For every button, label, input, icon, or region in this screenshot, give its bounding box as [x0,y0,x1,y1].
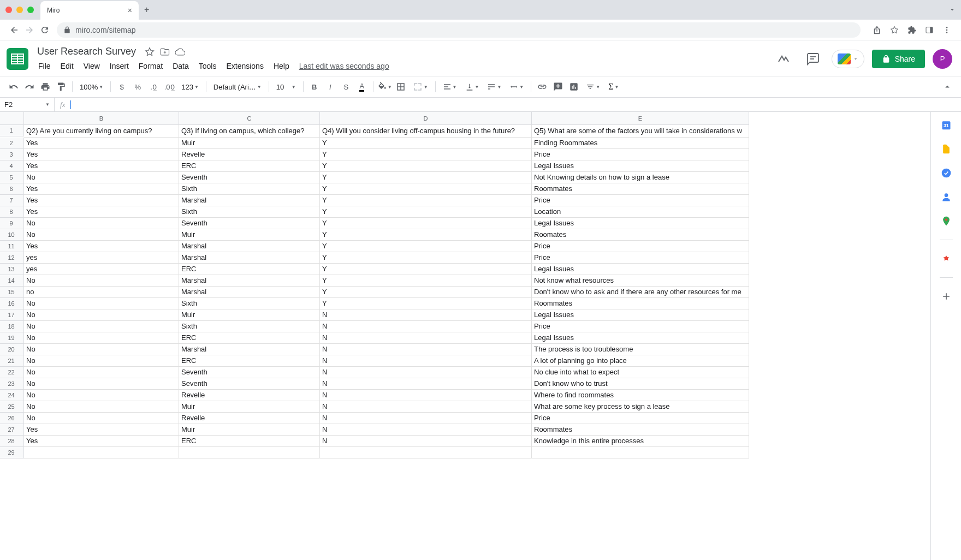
strikethrough-icon[interactable]: S [339,80,353,94]
extensions-icon[interactable] [904,22,920,38]
borders-icon[interactable] [394,80,408,94]
row-header-6[interactable]: 6 [0,183,24,195]
add-addon-icon[interactable] [941,291,952,302]
cell[interactable]: Y [320,160,532,172]
cell[interactable]: Revelle [179,390,320,401]
cell[interactable]: N [320,332,532,344]
cell[interactable]: Marshal [179,252,320,264]
cell[interactable] [179,447,320,458]
maps-icon[interactable] [941,216,952,227]
row-header-26[interactable]: 26 [0,413,24,424]
addon-icon[interactable] [941,253,952,264]
cell[interactable]: What are some key process to sign a leas… [532,401,749,413]
row-header-11[interactable]: 11 [0,241,24,252]
cell[interactable]: Don't know who to trust [532,378,749,390]
cell[interactable]: Yes [24,436,179,447]
cell[interactable]: Roommates [532,183,749,195]
contacts-icon[interactable] [941,192,952,202]
row-header-23[interactable]: 23 [0,378,24,390]
cell[interactable]: yes [24,252,179,264]
insert-comment-icon[interactable] [551,80,565,94]
cell[interactable]: Legal Issues [532,218,749,229]
calendar-icon[interactable]: 31 [941,120,952,130]
cell[interactable]: No [24,172,179,183]
cell[interactable]: Revelle [179,149,320,160]
cell[interactable]: Marshal [179,241,320,252]
horizontal-align-dropdown[interactable]: ▼ [440,80,460,94]
bookmark-icon[interactable] [887,22,902,38]
cell[interactable]: No clue into what to expect [532,367,749,378]
row-header-29[interactable]: 29 [0,447,24,458]
menu-file[interactable]: File [34,59,55,73]
cell[interactable]: No [24,413,179,424]
cell[interactable]: No [24,218,179,229]
menu-extensions[interactable]: Extensions [222,59,268,73]
row-header-10[interactable]: 10 [0,229,24,241]
row-header-13[interactable]: 13 [0,264,24,275]
cell[interactable]: No [24,378,179,390]
cell[interactable]: Q2) Are you currently living on campus? [24,125,179,138]
collapse-toolbar-icon[interactable] [940,80,954,94]
menu-data[interactable]: Data [168,59,193,73]
tab-overflow-icon[interactable] [949,7,956,13]
row-header-28[interactable]: 28 [0,436,24,447]
cell[interactable]: Seventh [179,218,320,229]
row-header-22[interactable]: 22 [0,367,24,378]
cell[interactable] [24,447,179,458]
font-family-dropdown[interactable]: Default (Ari…▼ [210,80,265,94]
text-rotation-dropdown[interactable]: ▼ [506,80,527,94]
cell[interactable]: ERC [179,264,320,275]
vertical-align-dropdown[interactable]: ▼ [462,80,483,94]
cell[interactable]: Y [320,241,532,252]
row-header-8[interactable]: 8 [0,206,24,218]
cell[interactable]: ERC [179,332,320,344]
row-header-2[interactable]: 2 [0,138,24,149]
cell[interactable] [320,447,532,458]
row-header-21[interactable]: 21 [0,355,24,367]
cell[interactable]: Price [532,195,749,206]
cell[interactable]: Price [532,241,749,252]
cell[interactable]: yes [24,264,179,275]
cell[interactable]: Muir [179,401,320,413]
cell[interactable]: Yes [24,149,179,160]
url-input[interactable]: miro.com/sitemap [57,22,861,38]
nav-back-icon[interactable] [7,22,22,38]
cell[interactable]: Sixth [179,298,320,309]
cell[interactable]: No [24,367,179,378]
share-button[interactable]: Share [872,50,925,68]
cell[interactable]: Location [532,206,749,218]
column-header-D[interactable]: D [320,112,532,125]
cell[interactable]: N [320,378,532,390]
cell[interactable]: Revelle [179,413,320,424]
cell[interactable]: ERC [179,160,320,172]
cell[interactable]: N [320,424,532,436]
row-header-16[interactable]: 16 [0,298,24,309]
row-header-27[interactable]: 27 [0,424,24,436]
row-header-17[interactable]: 17 [0,309,24,321]
side-panel-icon[interactable] [922,22,937,38]
cell[interactable]: Roomates [532,229,749,241]
column-header-E[interactable]: E [532,112,749,125]
cell[interactable]: Legal Issues [532,264,749,275]
cell[interactable]: N [320,390,532,401]
cell[interactable]: N [320,436,532,447]
user-avatar[interactable]: P [933,49,952,69]
undo-icon[interactable] [7,80,21,94]
cell[interactable]: Not Knowing details on how to sign a lea… [532,172,749,183]
cell[interactable]: Y [320,206,532,218]
row-header-7[interactable]: 7 [0,195,24,206]
zoom-dropdown[interactable]: 100%▼ [76,80,106,94]
formula-input[interactable] [71,98,961,111]
browser-tab[interactable]: Miro × [40,1,139,20]
cell[interactable]: Yes [24,138,179,149]
cell[interactable]: Y [320,195,532,206]
nav-forward-icon[interactable] [22,22,37,38]
cell[interactable]: Q4) Will you consider living off-campus … [320,125,532,138]
cell[interactable]: N [320,413,532,424]
cell[interactable]: No [24,344,179,355]
window-maximize[interactable] [27,7,34,13]
cell[interactable]: Muir [179,424,320,436]
cell[interactable]: No [24,298,179,309]
row-header-20[interactable]: 20 [0,344,24,355]
cell[interactable]: Seventh [179,367,320,378]
